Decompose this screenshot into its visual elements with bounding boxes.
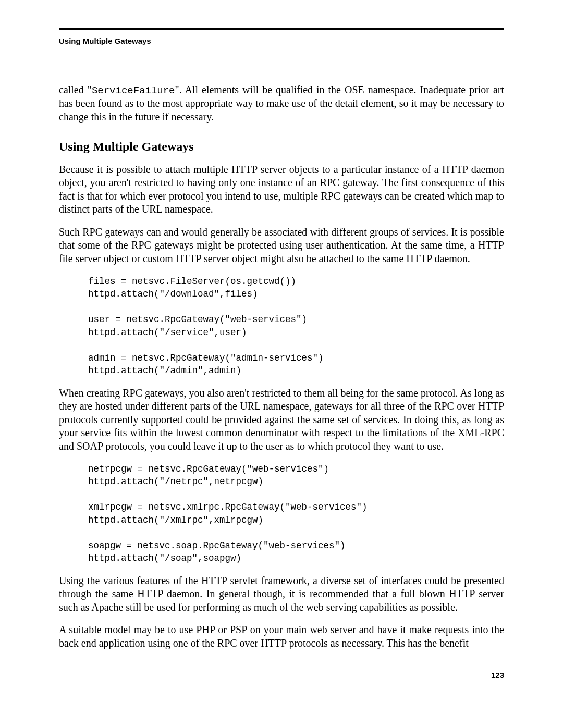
section-p4: Using the various features of the HTTP s… (59, 574, 504, 614)
intro-pre: called " (59, 84, 92, 95)
section-p2: Such RPC gateways can and would generall… (59, 226, 504, 266)
page: Using Multiple Gateways called "ServiceF… (0, 0, 563, 728)
code-block-2: netrpcgw = netsvc.RpcGateway("web-servic… (88, 463, 504, 565)
page-number: 123 (59, 671, 504, 680)
section-title: Using Multiple Gateways (59, 140, 504, 154)
footer-rule (59, 663, 504, 663)
intro-code: ServiceFailure (92, 85, 175, 96)
section-p5: A suitable model may be to use PHP or PS… (59, 623, 504, 650)
running-head: Using Multiple Gateways (59, 36, 504, 45)
section-p3: When creating RPC gateways, you also are… (59, 387, 504, 453)
code-block-1: files = netsvc.FileServer(os.getcwd()) h… (88, 275, 504, 377)
section-p1: Because it is possible to attach multipl… (59, 163, 504, 216)
intro-paragraph: called "ServiceFailure". All elements wi… (59, 83, 504, 124)
top-rule (59, 28, 504, 30)
header-thin-rule (59, 52, 504, 52)
